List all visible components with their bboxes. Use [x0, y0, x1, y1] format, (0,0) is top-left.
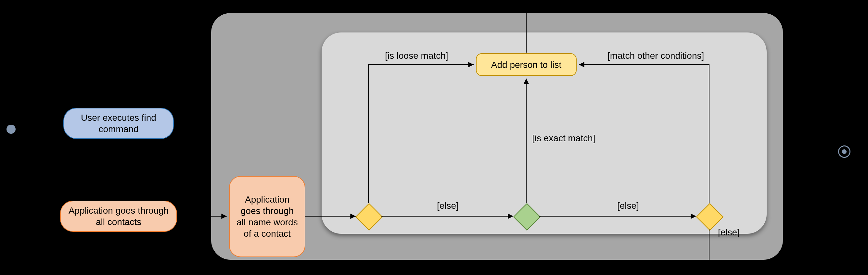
action-through-contacts: Application goes through all contacts — [60, 201, 177, 232]
final-node-inner — [842, 149, 846, 154]
action-label: User executes find command — [70, 112, 167, 135]
guard-label: [is loose match] — [385, 50, 448, 61]
action-add-person: Add person to list — [476, 53, 577, 76]
guard-label: [else] — [437, 201, 459, 211]
final-node — [838, 145, 850, 158]
guard-label: [match other conditions] — [608, 50, 704, 61]
action-label: Add person to list — [491, 59, 561, 70]
action-label: Application goes through all name words … — [236, 194, 299, 239]
guard-label: [else] — [617, 201, 639, 211]
initial-node — [6, 125, 16, 134]
action-through-name-words: Application goes through all name words … — [229, 176, 305, 257]
guard-label: [is exact match] — [532, 133, 595, 143]
action-label: Application goes through all contacts — [67, 205, 170, 228]
guard-label: [else] — [718, 227, 740, 238]
action-user-executes-find: User executes find command — [63, 108, 174, 139]
activity-diagram: User executes find command Application g… — [0, 0, 868, 275]
